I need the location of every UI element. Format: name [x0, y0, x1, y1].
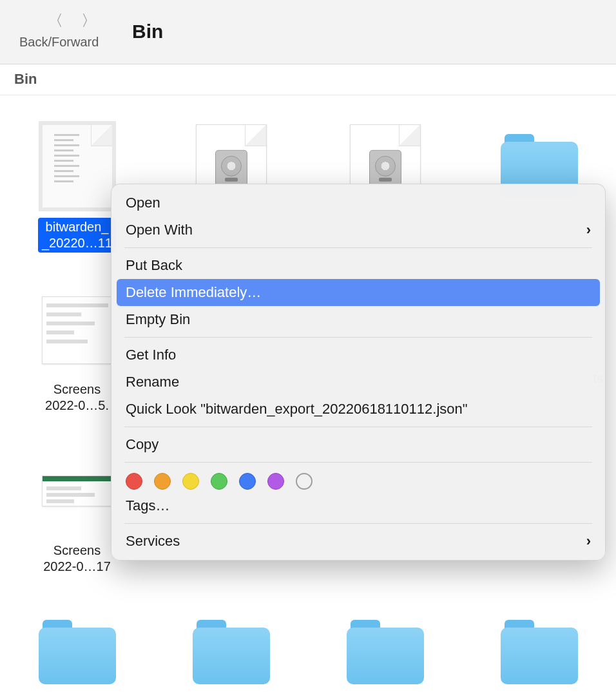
menu-get-info[interactable]: Get Info — [111, 341, 605, 369]
menu-separator — [124, 427, 592, 427]
forward-icon[interactable]: 〉 — [81, 13, 97, 28]
context-menu: Open Open With › Put Back Delete Immedia… — [111, 184, 606, 561]
tag-none[interactable] — [296, 473, 313, 490]
tag-orange[interactable] — [154, 473, 171, 490]
path-bar: Bin — [0, 64, 616, 95]
folder-item[interactable]: untitled folder — [321, 607, 449, 692]
menu-rename[interactable]: Rename — [111, 369, 605, 396]
menu-separator — [124, 462, 592, 463]
window-title: Bin — [132, 21, 163, 43]
screenshot-icon — [42, 476, 113, 506]
folder-icon — [39, 620, 116, 684]
tag-color-row — [111, 466, 605, 492]
menu-quick-look[interactable]: Quick Look "bitwarden_export_20220618110… — [111, 396, 605, 423]
file-label: Screens2022-0…17 — [43, 543, 111, 575]
folder-item[interactable]: rossi — [167, 607, 295, 692]
menu-separator — [124, 247, 592, 248]
folder-icon — [193, 620, 270, 684]
menu-open[interactable]: Open — [111, 189, 605, 216]
tag-red[interactable] — [126, 473, 142, 490]
folder-item[interactable]: from wd3tb — [475, 607, 603, 692]
menu-delete-immediately[interactable]: Delete Immediately… — [117, 279, 600, 306]
tag-yellow[interactable] — [182, 473, 199, 490]
menu-put-back[interactable]: Put Back — [111, 252, 605, 279]
menu-services[interactable]: Services › — [111, 528, 605, 555]
screenshot-icon — [42, 296, 113, 364]
nav-group: 〈 〉 Back/Forward — [19, 13, 122, 50]
nav-label: Back/Forward — [19, 35, 99, 50]
path-current: Bin — [14, 71, 37, 87]
menu-tags[interactable]: Tags… — [111, 492, 605, 519]
menu-separator — [124, 523, 592, 524]
menu-copy[interactable]: Copy — [111, 431, 605, 458]
menu-separator — [124, 337, 592, 338]
tag-purple[interactable] — [267, 473, 284, 490]
back-icon[interactable]: 〈 — [48, 13, 63, 28]
menu-open-with[interactable]: Open With › — [111, 216, 605, 244]
folder-icon — [347, 620, 424, 684]
folder-icon — [501, 620, 578, 684]
file-label: Screens2022-0…5. — [45, 381, 109, 414]
tag-green[interactable] — [211, 473, 227, 490]
chevron-right-icon: › — [586, 222, 591, 238]
toolbar: 〈 〉 Back/Forward Bin — [0, 0, 616, 64]
json-file-icon — [42, 124, 113, 208]
tag-blue[interactable] — [239, 473, 256, 490]
folder-item[interactable]: sony — [13, 607, 141, 692]
chevron-right-icon: › — [586, 533, 591, 550]
file-label: bitwarden__20220…11 — [38, 218, 116, 253]
menu-empty-bin[interactable]: Empty Bin — [111, 306, 605, 333]
